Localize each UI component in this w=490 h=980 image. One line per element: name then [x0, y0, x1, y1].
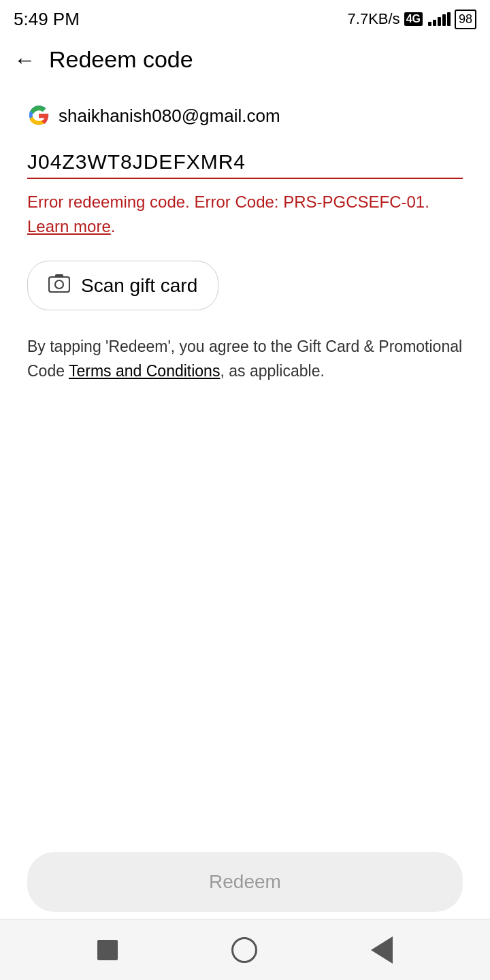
home-button[interactable] [231, 937, 257, 963]
battery-icon: 98 [455, 10, 476, 29]
code-input[interactable] [27, 146, 463, 179]
page-title: Redeem code [49, 46, 193, 73]
learn-more-link[interactable]: Learn more [27, 217, 111, 235]
back-nav-button[interactable] [371, 936, 393, 964]
svg-rect-0 [49, 277, 69, 292]
main-content: shaikhanish080@gmail.com Error redeeming… [0, 84, 490, 383]
back-button[interactable]: ← [14, 49, 35, 71]
scan-gift-card-button[interactable]: Scan gift card [27, 261, 218, 310]
navigation-bar [0, 919, 490, 980]
svg-point-1 [55, 280, 63, 289]
redeem-button-container: Redeem [0, 852, 490, 912]
status-time: 5:49 PM [14, 9, 80, 30]
network-speed: 7.7KB/s [348, 10, 400, 28]
status-icons: 7.7KB/s 4G 98 [348, 10, 476, 29]
status-bar: 5:49 PM 7.7KB/s 4G 98 [0, 0, 490, 35]
account-email: shaikhanish080@gmail.com [59, 105, 280, 127]
terms-link[interactable]: Terms and Conditions [69, 362, 220, 380]
error-text: Error redeeming code. Error Code: PRS-PG… [27, 193, 429, 211]
account-row: shaikhanish080@gmail.com [27, 104, 463, 127]
error-message: Error redeeming code. Error Code: PRS-PG… [27, 190, 463, 239]
terms-suffix: , as applicable. [220, 362, 324, 380]
scan-gift-card-label: Scan gift card [81, 275, 197, 297]
svg-rect-2 [55, 274, 63, 278]
toolbar: ← Redeem code [0, 35, 490, 84]
network-type: 4G [404, 12, 423, 26]
camera-icon [48, 274, 70, 297]
battery-level: 98 [459, 12, 472, 26]
redeem-button[interactable]: Redeem [27, 852, 463, 912]
google-logo-icon [27, 104, 50, 127]
terms-text: By tapping 'Redeem', you agree to the Gi… [27, 335, 463, 383]
signal-icon [428, 12, 451, 26]
code-input-container [27, 146, 463, 179]
recent-apps-button[interactable] [97, 940, 118, 960]
